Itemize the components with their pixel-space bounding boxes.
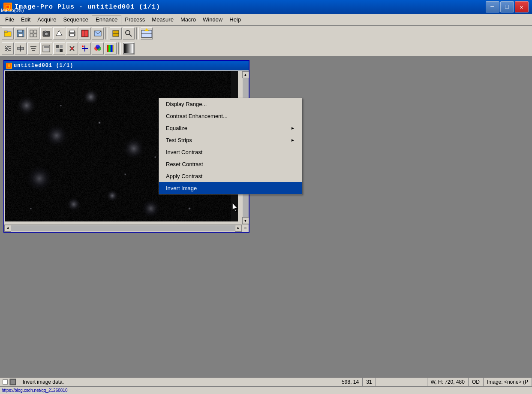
svg-point-13 — [45, 32, 48, 36]
svg-rect-44 — [56, 45, 59, 48]
status-checkbox-cell[interactable] — [0, 378, 19, 386]
menu-macro[interactable]: Macro — [177, 15, 199, 24]
tool-print[interactable] — [66, 27, 78, 39]
tool-contrast-lut[interactable] — [123, 42, 135, 55]
menu-enhance[interactable]: Enhance — [92, 15, 121, 24]
toolbar2-sep — [118, 42, 121, 55]
svg-rect-11 — [34, 34, 37, 37]
svg-rect-14 — [45, 30, 46, 32]
scroll-down-button[interactable]: ▼ — [242, 217, 249, 224]
close-button[interactable]: ✕ — [515, 1, 529, 12]
svg-point-56 — [96, 45, 100, 49]
svg-rect-46 — [56, 49, 59, 52]
toolbar-1 — [0, 26, 532, 41]
equalize-arrow: ► — [291, 126, 295, 130]
scroll-left-button[interactable]: ◄ — [4, 225, 11, 232]
tool-sharp[interactable] — [66, 42, 78, 55]
tool-plus[interactable] — [79, 42, 91, 55]
tool-grid[interactable] — [27, 27, 39, 39]
scroll-track-h — [11, 225, 235, 231]
svg-line-26 — [129, 34, 132, 36]
svg-rect-45 — [60, 45, 63, 48]
svg-rect-8 — [30, 30, 33, 33]
toolbar-sep-2 — [136, 27, 139, 39]
image-window-title: untitled001 (1/1) — [14, 63, 73, 69]
tool-filter[interactable] — [27, 42, 39, 55]
tool-save[interactable] — [15, 27, 27, 39]
svg-rect-47 — [60, 49, 63, 52]
tool-zoom[interactable] — [141, 27, 153, 39]
svg-point-35 — [6, 49, 8, 51]
workspace: untitled001 (1/1) ▲ ▼ ◄ ► ⊞ — [0, 57, 532, 377]
menu-edit[interactable]: Edit — [18, 15, 34, 24]
tool-palette[interactable] — [105, 42, 117, 55]
tool-eraser[interactable] — [53, 27, 65, 39]
tool-search[interactable] — [123, 27, 135, 39]
svg-rect-6 — [18, 30, 22, 33]
tool-open[interactable] — [2, 27, 14, 39]
image-window-icon — [6, 63, 12, 69]
tool-flatten[interactable] — [40, 42, 52, 55]
menu-invert-image[interactable]: Invert Image — [159, 182, 302, 194]
maximize-button[interactable]: □ — [500, 1, 514, 12]
tool-email[interactable] — [92, 27, 104, 39]
status-message: Invert image data. — [19, 378, 338, 386]
svg-rect-10 — [30, 34, 33, 37]
svg-marker-29 — [144, 28, 149, 31]
menu-process[interactable]: Process — [121, 15, 148, 24]
menu-acquire[interactable]: Acquire — [34, 15, 60, 24]
tool-camera[interactable] — [40, 27, 52, 39]
image-title-bar: untitled001 (1/1) — [4, 61, 249, 70]
menu-bar: File Edit Acquire Sequence Enhance Proce… — [0, 14, 532, 26]
scroll-right-button[interactable]: ► — [235, 225, 242, 232]
resize-grip[interactable]: ⊞ — [242, 224, 249, 232]
menu-measure[interactable]: Measure — [148, 15, 177, 24]
tool-color-rgb[interactable] — [92, 42, 104, 55]
menu-display-range[interactable]: Display Range... — [159, 98, 302, 110]
svg-rect-9 — [34, 30, 37, 33]
status-coords: 598, 14 — [338, 378, 363, 386]
svg-point-50 — [71, 47, 73, 50]
status-dimensions: W, H: 720, 480 — [427, 378, 469, 386]
toolbar-sep-1 — [105, 27, 108, 39]
title-bar: Image-Pro Plus - untitled001 (1/1) ─ □ ✕ — [0, 0, 532, 14]
menu-contrast-enhancement[interactable]: Contrast Enhancement... — [159, 110, 302, 122]
svg-rect-2 — [6, 6, 9, 8]
toolbar-2 — [0, 41, 532, 57]
status-bar: Invert image data. 598, 14 31 W, H: 720,… — [0, 377, 532, 394]
menu-apply-contrast[interactable]: Apply Contrast — [159, 170, 302, 182]
menu-test-strips[interactable]: Test Strips ► — [159, 134, 302, 146]
tool-sliders[interactable] — [2, 42, 14, 55]
minimize-button[interactable]: ─ — [486, 1, 499, 12]
enhance-dropdown-menu: Display Range... Contrast Enhancement...… — [159, 98, 302, 194]
status-row-2: https://blog.csdn.net/qq_21260810 — [0, 387, 532, 394]
scroll-bottom: ◄ ► — [4, 224, 242, 232]
svg-rect-59 — [124, 44, 133, 53]
scroll-up-button[interactable]: ▲ — [242, 71, 249, 78]
status-checkbox[interactable] — [3, 379, 8, 385]
menu-reset-contrast[interactable]: Reset Contrast — [159, 158, 302, 170]
tool-book[interactable] — [79, 27, 91, 39]
svg-rect-64 — [11, 380, 15, 384]
menu-file[interactable]: File — [2, 15, 18, 24]
menu-sequence[interactable]: Sequence — [60, 15, 92, 24]
svg-point-34 — [7, 48, 9, 49]
svg-rect-61 — [8, 64, 10, 67]
status-od: OD — [469, 378, 484, 386]
status-row-1: Invert image data. 598, 14 31 W, H: 720,… — [0, 378, 532, 387]
menu-window[interactable]: Window — [199, 15, 226, 24]
menu-invert-contrast[interactable]: Invert Contrast — [159, 146, 302, 158]
svg-rect-27 — [141, 30, 152, 37]
tool-mosaic[interactable] — [53, 42, 65, 55]
menu-help[interactable]: Help — [226, 15, 244, 24]
svg-rect-42 — [44, 46, 49, 48]
menu-equalize[interactable]: Equalize ► — [159, 122, 302, 134]
svg-point-25 — [126, 30, 130, 35]
tool-adjust[interactable] — [15, 42, 27, 55]
svg-rect-57 — [107, 45, 114, 52]
svg-point-53 — [82, 45, 84, 47]
tool-misc[interactable] — [110, 27, 122, 39]
status-progress — [376, 378, 427, 386]
svg-rect-4 — [4, 31, 7, 33]
window-title: Image-Pro Plus - untitled001 (1/1) — [15, 3, 486, 11]
